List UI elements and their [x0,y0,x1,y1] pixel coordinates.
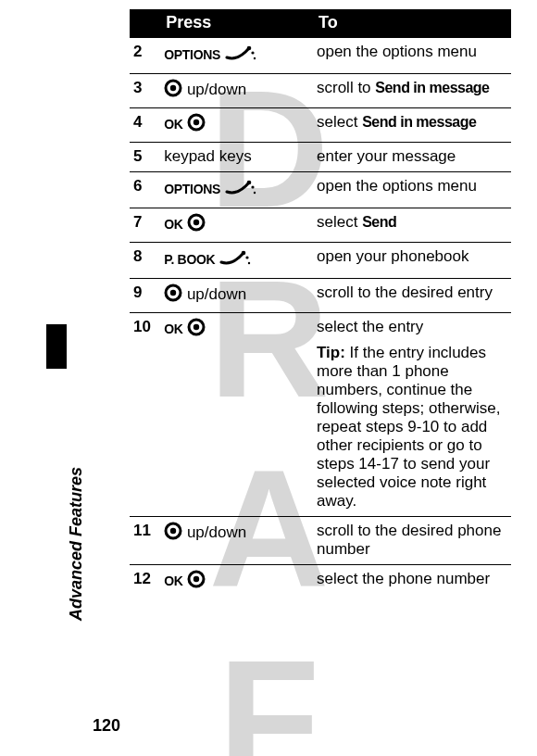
table-row: 7OK select Send [130,208,511,243]
steps-table: Press To 2OPTIONS open the options menu3… [130,9,511,598]
page-content: Advanced Features 120 Press To 2OPTIONS … [0,0,537,756]
press-cell: up/down [160,74,313,108]
to-cell: open your phonebook [313,243,511,279]
to-cell: scroll to Send in message [313,74,511,108]
table-row: 6OPTIONS open the options menu [130,172,511,208]
side-tab-marker-top [46,324,67,369]
ok-label: OK [164,217,182,232]
step-number: 10 [130,313,160,517]
ok-label: OK [164,573,182,588]
nav-direction-label: up/down [187,523,246,541]
step-number: 4 [130,108,160,143]
nav-key-icon [187,318,206,341]
press-cell: OPTIONS [160,172,313,208]
tip-label: Tip: [317,344,345,361]
to-cell: enter your message [313,143,511,172]
step-number: 8 [130,243,160,279]
to-text: open your phonebook [317,247,468,265]
softkey-icon [219,247,253,272]
softkey-icon [225,43,258,68]
press-cell: OPTIONS [160,38,313,74]
to-cell: select Send in message [313,108,511,143]
tip-block: Tip: If the entry includes more than 1 p… [317,344,507,510]
table-row: 11 up/downscroll to the desired phone nu… [130,517,511,565]
to-cell: open the options menu [313,38,511,74]
step-number: 7 [130,208,160,243]
softkey-label: OPTIONS [164,182,220,196]
table-row: 5keypad keysenter your message [130,143,511,172]
ok-label: OK [164,321,182,336]
nav-key-icon [164,79,182,102]
side-tab: Advanced Features [28,324,81,630]
to-bold-text: Send [362,214,396,230]
to-text: scroll to the desired entry [317,284,493,301]
table-row: 2OPTIONS open the options menu [130,38,511,74]
nav-key-icon [187,213,206,236]
to-cell: scroll to the desired entry [313,279,511,313]
softkey-label: OPTIONS [164,47,220,62]
table-row: 12OK select the phone number [130,565,511,599]
press-cell: P. BOOK [160,243,313,279]
to-cell: open the options menu [313,172,511,208]
press-cell: OK [160,208,313,243]
header-press: Press [160,9,313,38]
step-number: 5 [130,143,160,172]
press-cell: OK [160,565,313,599]
nav-key-icon [187,113,206,136]
page-number: 120 [93,716,120,736]
to-cell: select the entryTip: If the entry includ… [313,313,511,517]
header-to: To [313,9,511,38]
press-cell: OK [160,108,313,143]
to-bold-text: Send in message [375,80,489,95]
to-cell: select Send [313,208,511,243]
to-cell: select the phone number [313,565,511,599]
to-text: enter your message [317,147,456,165]
to-text: open the options menu [317,43,477,60]
softkey-label: P. BOOK [164,252,215,267]
table-row: 4OK select Send in message [130,108,511,143]
ok-label: OK [164,117,182,132]
step-number: 12 [130,565,160,599]
press-cell: keypad keys [160,143,313,172]
press-plain-label: keypad keys [164,147,252,165]
to-text: select the phone number [317,570,490,587]
to-text: select [317,113,362,131]
softkey-icon [225,177,258,202]
to-text: open the options menu [317,177,477,195]
press-cell: up/down [160,279,313,313]
table-row: 9 up/downscroll to the desired entry [130,279,511,313]
to-text: select [317,213,362,231]
tip-text: If the entry includes more than 1 phone … [317,344,500,510]
press-cell: OK [160,313,313,517]
side-section-label: Advanced Features [67,467,86,621]
header-blank [130,9,160,38]
step-number: 11 [130,517,160,565]
to-text: scroll to the desired phone number [317,522,501,558]
step-number: 6 [130,172,160,208]
to-text: scroll to [317,79,375,96]
table-row: 8P. BOOK open your phonebook [130,243,511,279]
step-number: 2 [130,38,160,74]
to-bold-text: Send in message [362,114,476,130]
nav-direction-label: up/down [187,81,246,98]
step-number: 3 [130,74,160,108]
step-number: 9 [130,279,160,313]
table-row: 3 up/downscroll to Send in message [130,74,511,108]
nav-key-icon [187,570,206,593]
nav-key-icon [164,522,182,545]
nav-direction-label: up/down [187,285,246,303]
table-row: 10OK select the entryTip: If the entry i… [130,313,511,517]
press-cell: up/down [160,517,313,565]
to-text: select the entry [317,318,423,335]
to-cell: scroll to the desired phone number [313,517,511,565]
nav-key-icon [164,284,182,307]
